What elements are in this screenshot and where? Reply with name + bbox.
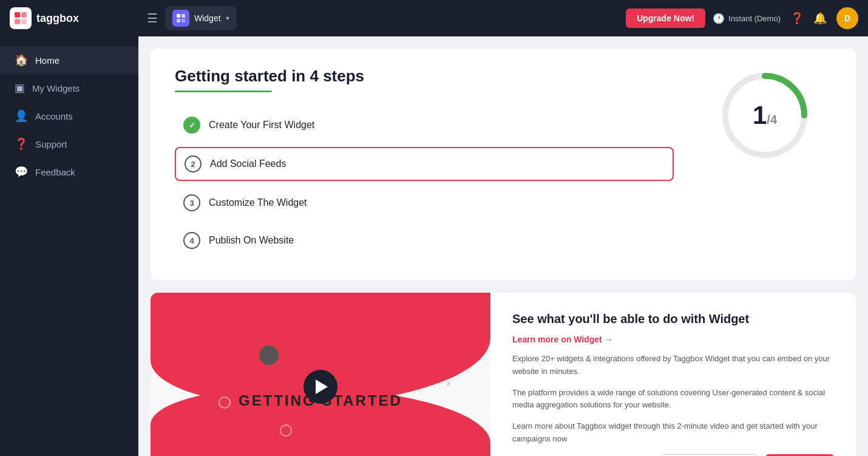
- hamburger-icon[interactable]: ☰: [147, 11, 158, 26]
- help-icon[interactable]: ❓: [790, 12, 804, 25]
- info-section: See what you'll be able to do with Widge…: [490, 293, 856, 456]
- main-layout: 🏠 Home ▣ My Widgets 👤 Accounts ❓ Support…: [0, 36, 868, 456]
- progress-current: 1/4: [753, 101, 777, 129]
- progress-section: 1/4: [698, 67, 832, 164]
- sidebar-item-support[interactable]: ❓ Support: [0, 130, 138, 158]
- sidebar-item-label: Feedback: [35, 167, 75, 177]
- clock-icon: 🕐: [713, 13, 725, 24]
- arrow-right-icon: ›: [446, 378, 449, 389]
- getting-started-title: Getting started in 4 steps: [175, 67, 674, 86]
- dots-pattern: [426, 427, 456, 443]
- promo-desc-1: Explore 20+ widgets & integrations offer…: [512, 353, 834, 378]
- promo-desc-2: The platform provides a wide range of so…: [512, 387, 834, 412]
- svg-rect-1: [21, 12, 27, 18]
- step-3[interactable]: 3 Customize The Widget: [175, 187, 674, 219]
- svg-rect-6: [177, 19, 180, 22]
- sidebar-item-my-widgets[interactable]: ▣ My Widgets: [0, 74, 138, 102]
- notification-icon[interactable]: 🔔: [813, 12, 827, 25]
- svg-rect-0: [15, 12, 20, 18]
- progress-center: 1/4: [753, 103, 777, 128]
- widget-icon: [172, 10, 189, 27]
- dark-circle: [259, 345, 279, 365]
- step-2-circle: 2: [185, 155, 202, 172]
- step-2[interactable]: 2 Add Social Feeds: [175, 147, 674, 181]
- sidebar-item-home[interactable]: 🏠 Home: [0, 46, 138, 74]
- step-2-label: Add Social Feeds: [210, 158, 286, 169]
- header: taggbox ☰ Widget ▾ Upgrade Now! 🕐 Instan…: [0, 0, 868, 36]
- step-1[interactable]: ✓ Create Your First Widget: [175, 109, 674, 141]
- upgrade-button[interactable]: Upgrade Now!: [626, 9, 705, 28]
- small-circle-1: [225, 444, 234, 453]
- step-4-label: Publish On Website: [209, 235, 294, 246]
- step-1-label: Create Your First Widget: [209, 120, 314, 131]
- logo-area: taggbox: [10, 7, 137, 29]
- widgets-icon: ▣: [15, 81, 25, 95]
- promo-desc-3: Learn more about Taggbox widget through …: [512, 420, 834, 446]
- logo-text: taggbox: [36, 12, 79, 25]
- instant-demo[interactable]: 🕐 Instant (Demo): [713, 13, 781, 24]
- sidebar: 🏠 Home ▣ My Widgets 👤 Accounts ❓ Support…: [0, 36, 138, 456]
- play-triangle-icon: [316, 379, 328, 394]
- svg-rect-4: [177, 14, 180, 18]
- avatar[interactable]: D: [836, 7, 858, 29]
- bottom-section: « › GETTING STARTED See what you'll be a…: [151, 293, 856, 456]
- play-button[interactable]: [303, 370, 337, 404]
- circle-outline-2: [280, 424, 292, 437]
- title-underline: [175, 90, 272, 92]
- progress-ring: 1/4: [716, 67, 813, 164]
- sidebar-item-accounts[interactable]: 👤 Accounts: [0, 102, 138, 130]
- feedback-icon: 💬: [15, 165, 28, 179]
- sidebar-item-label: Support: [35, 139, 67, 149]
- content-area: Getting started in 4 steps ✓ Create Your…: [138, 36, 868, 456]
- step-4-circle: 4: [183, 232, 200, 249]
- svg-rect-5: [181, 14, 185, 18]
- sidebar-item-label: Accounts: [35, 111, 73, 121]
- home-icon: 🏠: [15, 53, 28, 67]
- sidebar-item-label: Home: [35, 55, 59, 66]
- widget-selector[interactable]: Widget ▾: [165, 6, 237, 30]
- instant-demo-label: Instant (Demo): [728, 14, 781, 23]
- circle-outline-1: [219, 396, 231, 409]
- header-actions: 🕐 Instant (Demo) ❓ 🔔 D: [713, 7, 858, 29]
- step-1-circle: ✓: [183, 117, 200, 134]
- learn-more-link[interactable]: Learn more on Widget →: [512, 335, 834, 344]
- sidebar-item-label: My Widgets: [32, 83, 80, 94]
- widget-dropdown-icon[interactable]: ▾: [226, 14, 229, 22]
- sidebar-item-feedback[interactable]: 💬 Feedback: [0, 158, 138, 186]
- promo-title: See what you'll be able to do with Widge…: [512, 312, 834, 326]
- step-3-label: Customize The Widget: [209, 197, 307, 208]
- svg-rect-7: [181, 19, 185, 22]
- logo-icon: [10, 7, 32, 29]
- video-background: « › GETTING STARTED: [151, 293, 490, 456]
- support-icon: ❓: [15, 137, 28, 151]
- step-4[interactable]: 4 Publish On Website: [175, 225, 674, 256]
- step-3-circle: 3: [183, 194, 200, 211]
- chevron-icon: «: [178, 410, 185, 424]
- accounts-icon: 👤: [15, 109, 28, 123]
- widget-label: Widget: [194, 13, 221, 23]
- svg-rect-2: [15, 19, 20, 24]
- svg-rect-3: [21, 19, 27, 24]
- steps-section: Getting started in 4 steps ✓ Create Your…: [175, 67, 674, 262]
- getting-started-card: Getting started in 4 steps ✓ Create Your…: [151, 49, 856, 281]
- video-area: « › GETTING STARTED: [151, 293, 490, 456]
